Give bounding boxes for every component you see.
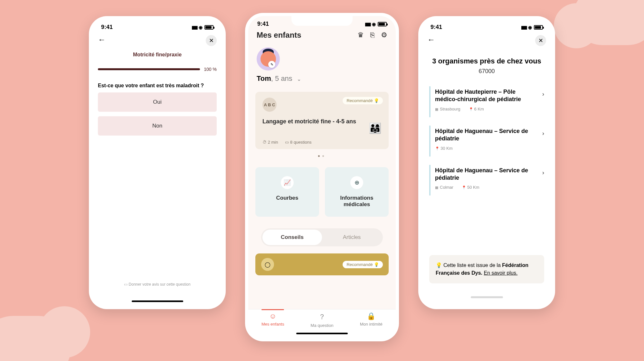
questions-label: ▭ 8 questions: [285, 140, 311, 145]
curves-tile[interactable]: 📈 Courbes: [255, 167, 319, 217]
medical-icon: ⊕: [350, 176, 363, 189]
phone-quiz: 9:41 ← ✕ Motricité fine/praxie 100 % Est…: [89, 16, 226, 309]
card-title: Langage et motricité fine - 4-5 ans: [262, 118, 382, 125]
recommended-badge: Recommandé 💡: [343, 261, 383, 268]
signal-icon: [521, 24, 526, 31]
card-illustration: 👨‍👩‍👧: [369, 122, 382, 134]
signal-icon: [365, 21, 370, 27]
org-item[interactable]: Hôpital de Hautepierre – Pôle médico-chi…: [429, 86, 544, 117]
recommended-badge: Recommandé 💡: [343, 97, 383, 104]
org-item[interactable]: Hôpital de Haguenau – Service de pédiatr…: [429, 165, 544, 196]
org-item[interactable]: Hôpital de Haguenau – Service de pédiatr…: [429, 126, 544, 157]
learn-more-link[interactable]: En savoir plus.: [484, 270, 517, 276]
progress-percent: 100 %: [204, 67, 217, 72]
phone-orgs: 9:41 ← ✕ 3 organismes près de chez vous …: [418, 16, 555, 309]
close-button[interactable]: ✕: [535, 35, 546, 46]
child-age: , 5 ans: [271, 74, 292, 82]
children-icon: ☺: [248, 312, 298, 320]
chevron-right-icon: ›: [542, 169, 544, 176]
duration-label: ⏱ 2 min: [262, 140, 278, 145]
org-name: Hôpital de Haguenau – Service de pédiatr…: [435, 167, 543, 182]
status-icons: [521, 24, 543, 31]
status-time: 9:41: [101, 24, 113, 31]
notch: [456, 19, 517, 29]
quiz-question: Est-ce que votre enfant est très maladro…: [92, 75, 223, 92]
wifi-icon: [199, 24, 203, 31]
home-indicator[interactable]: [296, 333, 348, 334]
battery-icon: [378, 22, 387, 26]
segment-conseils[interactable]: Conseils: [262, 230, 322, 245]
notch: [291, 16, 353, 26]
chevron-down-icon: ⌄: [297, 76, 301, 82]
status-time: 9:41: [431, 24, 442, 31]
lock-icon: 🔒: [346, 312, 396, 320]
org-name: Hôpital de Haguenau – Service de pédiatr…: [435, 128, 543, 143]
battery-icon: [204, 25, 213, 30]
child-selector[interactable]: Tom, 5 ans ⌄: [248, 71, 396, 83]
org-name: Hôpital de Hautepierre – Pôle médico-chi…: [435, 88, 543, 103]
feedback-link[interactable]: ▭ Donner votre avis sur cette question: [92, 282, 223, 287]
comment-icon: ▭: [124, 282, 128, 287]
org-distance: 30 Km: [435, 146, 453, 151]
orgs-title: 3 organismes près de chez vous: [421, 57, 552, 65]
chevron-right-icon: ›: [542, 130, 544, 137]
segment-control: Conseils Articles: [261, 228, 383, 246]
child-avatar[interactable]: ✎: [248, 43, 396, 71]
quiz-category-title: Motricité fine/praxie: [92, 52, 223, 58]
orgs-postcode: 67000: [421, 68, 552, 75]
org-distance: 6 Km: [469, 107, 484, 111]
carousel-dots[interactable]: ●●: [248, 154, 396, 158]
back-button[interactable]: ←: [98, 35, 106, 46]
card-meta: ⏱ 2 min ▭ 8 questions: [262, 140, 382, 145]
advice-card[interactable]: ◯ Recommandé 💡: [255, 253, 389, 275]
close-button[interactable]: ✕: [206, 35, 217, 46]
home-indicator[interactable]: [471, 296, 503, 298]
segment-articles[interactable]: Articles: [322, 230, 382, 245]
wifi-icon: [372, 21, 376, 27]
gear-icon[interactable]: ⚙: [381, 31, 387, 39]
tab-privacy[interactable]: 🔒 Mon intimité: [346, 312, 396, 338]
chevron-right-icon: ›: [542, 91, 544, 98]
wifi-icon: [528, 24, 532, 31]
abc-icon: A B C: [262, 98, 277, 112]
recommended-card[interactable]: A B C Recommandé 💡 Langage et motricité …: [255, 92, 389, 149]
tab-children[interactable]: ☺ Mes enfants: [248, 312, 298, 338]
notch: [127, 19, 188, 29]
answer-yes-button[interactable]: Oui: [98, 92, 217, 112]
child-name: Tom: [257, 74, 271, 82]
answer-no-button[interactable]: Non: [98, 116, 217, 136]
progress-bar: 100 %: [92, 58, 223, 75]
bulb-icon: [436, 262, 443, 268]
status-time: 9:41: [257, 21, 269, 27]
crown-icon[interactable]: ♛: [357, 31, 364, 39]
org-city: Colmar: [435, 185, 453, 190]
home-indicator[interactable]: [132, 300, 183, 302]
battery-icon: [534, 25, 543, 30]
status-icons: [192, 24, 213, 31]
question-icon: ？: [298, 312, 347, 322]
back-button[interactable]: ←: [427, 35, 435, 46]
org-city: Strasbourg: [435, 107, 460, 111]
status-icons: [365, 21, 387, 27]
page-title: Mes enfants: [257, 31, 301, 40]
org-distance: 50 Km: [462, 185, 479, 190]
chart-icon: 📈: [281, 176, 294, 189]
medical-info-tile[interactable]: ⊕ Informations médicales: [325, 167, 389, 217]
edit-avatar-icon[interactable]: ✎: [268, 61, 275, 68]
advice-icon: ◯: [261, 258, 274, 271]
signal-icon: [192, 24, 197, 31]
source-footer: Cette liste est issue de la Fédération F…: [429, 255, 544, 283]
phone-home: 9:41 Mes enfants ♛ ⎘ ⚙ ✎ T: [245, 13, 399, 341]
bookmark-icon[interactable]: ⎘: [370, 31, 374, 39]
